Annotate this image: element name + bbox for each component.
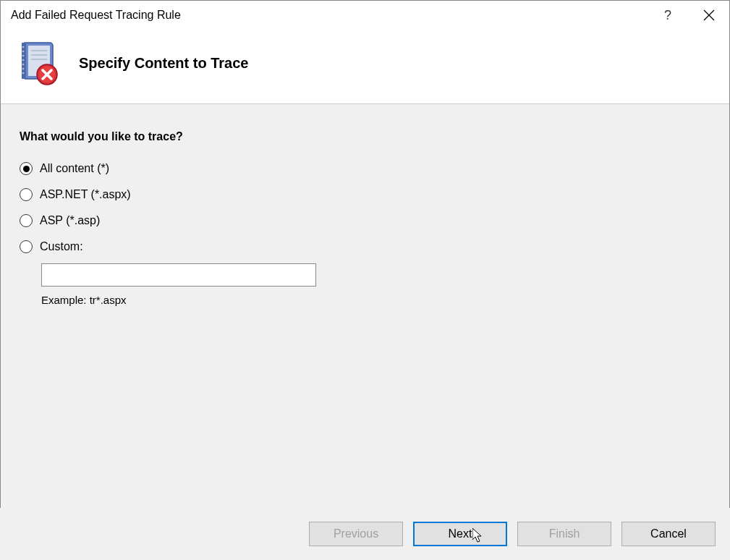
radio-icon: [20, 162, 33, 175]
radio-label: Custom:: [40, 240, 83, 253]
titlebar: Add Failed Request Tracing Rule ?: [1, 1, 729, 30]
radio-group: All content (*) ASP.NET (*.aspx) ASP (*.…: [20, 162, 710, 253]
svg-point-7: [22, 59, 25, 61]
example-label: Example: tr*.aspx: [41, 294, 710, 306]
radio-icon: [20, 214, 33, 227]
radio-label: ASP.NET (*.aspx): [40, 188, 131, 201]
titlebar-controls: ?: [658, 5, 721, 26]
window-title: Add Failed Request Tracing Rule: [9, 9, 181, 22]
wizard-icon: [15, 40, 61, 86]
close-button[interactable]: [697, 7, 721, 24]
radio-label: ASP (*.asp): [40, 214, 100, 227]
svg-point-10: [22, 72, 25, 75]
next-button[interactable]: Next: [413, 522, 507, 546]
wizard-button-bar: Previous Next Finish Cancel: [0, 508, 730, 560]
cancel-button[interactable]: Cancel: [621, 522, 716, 546]
previous-button: Previous: [309, 522, 403, 546]
svg-point-9: [22, 68, 25, 70]
radio-icon: [20, 188, 33, 201]
wizard-heading: Specify Content to Trace: [79, 55, 249, 72]
help-button[interactable]: ?: [658, 5, 677, 26]
svg-point-6: [22, 55, 25, 57]
radio-custom[interactable]: Custom:: [20, 240, 710, 253]
radio-all-content[interactable]: All content (*): [20, 162, 710, 175]
radio-icon: [20, 240, 33, 253]
finish-button: Finish: [517, 522, 611, 546]
custom-pattern-input[interactable]: [41, 263, 316, 287]
radio-asp[interactable]: ASP (*.asp): [20, 214, 710, 227]
close-icon: [703, 9, 715, 21]
prompt-label: What would you like to trace?: [20, 130, 710, 143]
wizard-header: Specify Content to Trace: [1, 30, 729, 104]
svg-point-8: [22, 64, 25, 66]
svg-point-5: [22, 51, 25, 53]
radio-label: All content (*): [40, 162, 109, 175]
svg-point-4: [22, 46, 25, 48]
wizard-content: What would you like to trace? All conten…: [1, 104, 729, 551]
custom-section: Example: tr*.aspx: [41, 263, 710, 306]
radio-aspnet[interactable]: ASP.NET (*.aspx): [20, 188, 710, 201]
